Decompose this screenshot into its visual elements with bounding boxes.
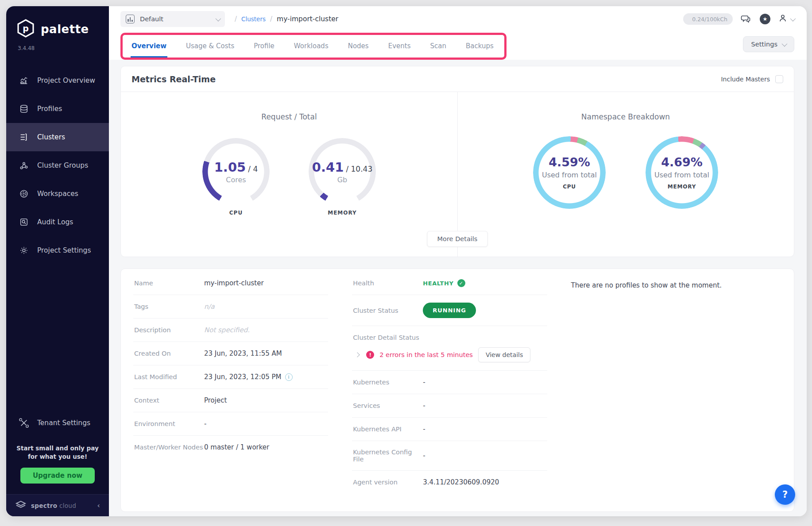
- detail-label: Context: [134, 397, 204, 404]
- gauge-cpu: 1.05 / 4CoresCPU: [202, 138, 270, 216]
- cluster-status-column: Health HEALTHY ✓ Cluster Status RUNNING …: [352, 272, 547, 494]
- breadcrumb-separator: /: [270, 15, 272, 23]
- project-selector[interactable]: Default: [120, 11, 225, 27]
- request-total-panel: Request / Total 1.05 / 4CoresCPU0.41 / 1…: [121, 92, 457, 257]
- gauge-value: 0.41 / 10.43: [312, 160, 372, 175]
- sidebar-footer: spectro cloud ‹: [6, 494, 109, 516]
- expand-chevron-icon[interactable]: [355, 352, 360, 357]
- tools-icon: [19, 418, 29, 428]
- include-masters-checkbox[interactable]: [775, 75, 783, 83]
- detail-label: Agent version: [353, 479, 423, 486]
- topbar: Default / Clusters / my-import-cluster 0…: [109, 6, 807, 32]
- detail-label: Kubernetes Config File: [353, 449, 423, 463]
- tab-scan[interactable]: Scan: [429, 37, 447, 58]
- detail-row-master-worker-nodes: Master/Worker Nodes0 master / 1 worker: [133, 436, 328, 459]
- detail-row-created-on: Created On23 Jun, 2023, 11:55 AM: [133, 342, 328, 365]
- tab-events[interactable]: Events: [387, 37, 412, 58]
- audit-log-icon: [19, 217, 29, 227]
- detail-row-last-modified: Last Modified23 Jun, 2023, 12:05 PMi: [133, 365, 328, 389]
- palette-logo-icon: p: [16, 19, 35, 40]
- sidebar-item-cluster-groups[interactable]: Cluster Groups: [6, 151, 109, 180]
- gauge-caption: CPU: [229, 210, 243, 216]
- chat-icon[interactable]: [739, 12, 752, 26]
- upgrade-now-button[interactable]: Upgrade now: [20, 468, 95, 484]
- donut-cpu: 4.59%Used from totalCPU: [533, 136, 606, 209]
- more-details-button[interactable]: More Details: [427, 231, 488, 247]
- sidebar-item-project-overview[interactable]: Project Overview: [6, 66, 109, 95]
- namespace-breakdown-panel: Namespace Breakdown 4.59%Used from total…: [457, 92, 794, 257]
- breadcrumb-current: my-import-cluster: [277, 15, 338, 23]
- tab-profile[interactable]: Profile: [253, 37, 275, 58]
- tab-backups[interactable]: Backups: [465, 37, 495, 58]
- detail-value: -: [423, 452, 425, 460]
- gauge-caption: MEMORY: [328, 210, 357, 216]
- whats-new-icon[interactable]: ★: [758, 12, 772, 26]
- collapse-sidebar-icon[interactable]: ‹: [97, 501, 100, 510]
- detail-label: Description: [134, 326, 204, 334]
- sidebar-item-label: Tenant Settings: [37, 419, 90, 427]
- project-selector-value: Default: [140, 15, 210, 23]
- gauge-value: 1.05 / 4: [214, 160, 258, 175]
- view-details-button[interactable]: View details: [478, 347, 530, 362]
- content-area: Metrics Real-Time Include Masters Reques…: [109, 60, 807, 516]
- sidebar-item-clusters[interactable]: Clusters: [6, 123, 109, 151]
- layers-icon: [19, 104, 29, 114]
- detail-row-context: ContextProject: [133, 389, 328, 412]
- sidebar-item-label: Clusters: [37, 133, 65, 141]
- tab-bar: OverviewUsage & CostsProfileWorkloadsNod…: [131, 37, 495, 58]
- metrics-card: Metrics Real-Time Include Masters Reques…: [120, 66, 794, 257]
- detail-value: 23 Jun, 2023, 11:55 AM: [204, 349, 282, 357]
- donut-label: Used from total: [542, 171, 597, 179]
- detail-value: Not specified.: [204, 326, 250, 334]
- cluster-detail-status-label: Cluster Detail Status: [352, 326, 547, 343]
- brand-block: p palette: [6, 6, 109, 42]
- status-row-services: Services-: [352, 394, 547, 418]
- status-row-kubernetes-config-file: Kubernetes Config File-: [352, 441, 547, 471]
- donut-label: Used from total: [654, 171, 709, 179]
- donut-caption: MEMORY: [668, 184, 696, 190]
- gauge-value-block: 0.41 / 10.43Gb: [309, 138, 376, 205]
- health-label: Health: [353, 280, 423, 287]
- profiles-column: There are no profiles to show at the mom…: [571, 272, 781, 494]
- error-message: 2 errors in the last 5 minutes: [379, 351, 473, 358]
- annotation-highlight-box: OverviewUsage & CostsProfileWorkloadsNod…: [120, 33, 507, 60]
- detail-value: 0 master / 1 worker: [204, 443, 269, 451]
- donut-caption: CPU: [563, 184, 576, 190]
- sidebar-item-project-settings[interactable]: Project Settings: [6, 236, 109, 265]
- info-icon[interactable]: i: [285, 373, 293, 381]
- footer-brand: spectro cloud: [31, 502, 93, 509]
- detail-row-description: DescriptionNot specified.: [133, 319, 328, 342]
- tab-nodes[interactable]: Nodes: [347, 37, 370, 58]
- detail-label: Tags: [134, 303, 204, 310]
- detail-value: my-import-cluster: [204, 279, 264, 287]
- cluster-details-card: Namemy-import-clusterTagsn/aDescriptionN…: [120, 269, 794, 512]
- detail-value: -: [423, 425, 425, 433]
- detail-value: Project: [204, 396, 227, 404]
- breadcrumb-link-clusters[interactable]: Clusters: [241, 15, 266, 23]
- user-icon: [778, 13, 788, 25]
- sidebar-item-label: Workspaces: [37, 190, 78, 198]
- sidebar-item-workspaces[interactable]: Workspaces: [6, 180, 109, 208]
- sidebar-item-audit-logs[interactable]: Audit Logs: [6, 208, 109, 236]
- sidebar-item-tenant-settings[interactable]: Tenant Settings: [6, 409, 109, 437]
- detail-value: -: [204, 420, 206, 428]
- detail-label: Kubernetes: [353, 379, 423, 386]
- main-area: Default / Clusters / my-import-cluster 0…: [109, 6, 807, 516]
- tab-usage-costs[interactable]: Usage & Costs: [185, 37, 235, 58]
- gauge-value-block: 1.05 / 4Cores: [202, 138, 270, 205]
- detail-label: Last Modified: [134, 373, 204, 380]
- user-menu[interactable]: [778, 13, 794, 25]
- settings-button[interactable]: Settings: [743, 36, 794, 52]
- detail-label: Services: [353, 402, 423, 409]
- sidebar-item-profiles[interactable]: Profiles: [6, 95, 109, 123]
- gear-icon: [19, 245, 29, 256]
- chevron-down-icon: [790, 15, 796, 21]
- donut-memory: 4.69%Used from totalMEMORY: [646, 136, 718, 209]
- donut-value-block: 4.59%Used from totalCPU: [533, 136, 606, 209]
- tab-overview[interactable]: Overview: [131, 37, 167, 58]
- sidebar-item-label: Profiles: [37, 105, 62, 113]
- workspaces-icon: [19, 188, 29, 199]
- version-label: 3.4.48: [6, 42, 109, 51]
- help-button[interactable]: ?: [775, 484, 795, 505]
- tab-workloads[interactable]: Workloads: [293, 37, 329, 58]
